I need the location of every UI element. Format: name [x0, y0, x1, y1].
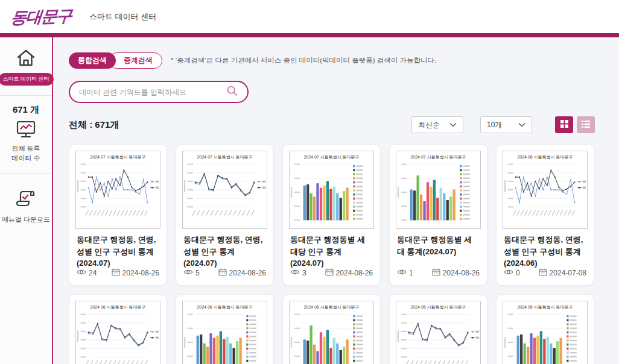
relay-search-note: * ‘중계검색’은 다른 기관에서 서비스 중인 데이터(빅데이터 플랫폼) 검… [171, 56, 436, 65]
view-count-value: 5 [195, 269, 200, 277]
calendar-icon [432, 268, 440, 278]
dataset-card[interactable]: 2024 07 서울특별시 동대문구 동대문구 행정동, 연령, 성별 인구 구… [69, 144, 167, 286]
dataset-card[interactable]: 2024 06 서울특별시 동대문구 동대문구 행정동, 연령, 성별 인구 구… [496, 144, 594, 286]
sidebar-divider [0, 95, 52, 96]
card-footer: 5 2024-08-26 [183, 268, 266, 278]
thumbnail-chart-title: 2024 07 서울특별시 동대문구 [76, 154, 160, 160]
results-toolbar: 전체 : 671개 최신순 10개 [69, 116, 595, 133]
sort-order-value: 최신순 [418, 120, 440, 130]
thumbnail-chart [183, 310, 267, 364]
dataset-card-grid: 2024 07 서울특별시 동대문구 동대문구 행정동, 연령, 성별 인구 구… [69, 144, 595, 364]
thumbnail-chart [503, 310, 588, 364]
chart-thumbnail: 2024 05 서울특별시 동대문구 [396, 301, 481, 364]
chevron-down-icon [449, 121, 457, 129]
search-tabs: 통합검색 중계검색 * ‘중계검색’은 다른 기관에서 서비스 중인 데이터(빅… [69, 52, 595, 69]
chart-thumbnail: 2024 06 서울특별시 동대문구 [503, 151, 588, 229]
chart-thumbnail: 2024 07 서울특별시 동대문구 [182, 151, 267, 229]
dataset-card[interactable]: 2024 07 서울특별시 동대문구 동대문구 행정동별 세대당 인구 통계(2… [282, 144, 381, 286]
tab-unified-search[interactable]: 통합검색 [69, 52, 116, 69]
thumbnail-chart-title: 2024 07 서울특별시 동대문구 [290, 154, 373, 160]
list-view-icon [582, 121, 590, 130]
dataset-card[interactable]: 2024 07 서울특별시 동대문구 동대문구 행정동별 세대 통계(2024.… [389, 144, 487, 286]
thumbnail-chart [396, 310, 481, 364]
dataset-title: 동대문구 행정동, 연령, 성별 인구 구성비 통계(2024.06) [504, 234, 586, 269]
registered-date: 2024-08-26 [432, 268, 480, 278]
registered-date-value: 2024-08-26 [443, 269, 480, 277]
calendar-icon [539, 268, 547, 278]
chart-thumbnail: 2024 06 서울특별시 동대문구 [289, 301, 374, 364]
page-size-value: 10개 [487, 120, 502, 130]
app-header: 동대문구 스마트 데이터 센터 [0, 0, 619, 33]
thumbnail-chart [76, 310, 160, 364]
dataset-card[interactable]: 2024 06 서울특별시 동대문구 [176, 294, 274, 364]
sidebar-home-badge: 스마트 데이터 센터 [0, 73, 54, 86]
view-count-value: 24 [89, 269, 97, 277]
thumbnail-chart-title: 2024 07 서울특별시 동대문구 [183, 154, 267, 160]
thumbnail-chart-title: 2024 06 서울특별시 동대문구 [183, 304, 267, 310]
dataset-card[interactable]: 2024 05 서울특별시 동대문구 [389, 294, 487, 364]
eye-icon [504, 269, 513, 277]
chart-thumbnail: 2024 06 서울특별시 동대문구 [182, 301, 267, 364]
thumbnail-chart-title: 2024 06 서울특별시 동대문구 [76, 304, 160, 310]
dataset-card[interactable]: 2024 06 서울특별시 동대문구 [69, 294, 167, 364]
manual-download-label: 메뉴얼 다운로드 [2, 215, 50, 225]
dataset-title: 동대문구 행정동별 세대 통계(2024.07) [397, 234, 480, 257]
view-count: 24 [77, 269, 97, 277]
sidebar-item-manual-download[interactable]: 메뉴얼 다운로드 [2, 189, 50, 225]
total-count-label: 전체 : 671개 [69, 119, 119, 131]
thumbnail-chart-title: 2024 06 서울특별시 동대문구 [290, 304, 373, 310]
card-footer: 24 2024-08-26 [77, 268, 159, 278]
district-logo[interactable]: 동대문구 [10, 5, 72, 28]
dataset-card[interactable]: 2024 05 서울특별시 동대문구 [496, 294, 594, 364]
view-count-value: 1 [409, 269, 413, 277]
accent-bar [0, 33, 619, 37]
thumbnail-chart-title: 2024 05 서울특별시 동대문구 [503, 304, 587, 310]
search-icon[interactable] [226, 85, 238, 99]
chart-thumbnail: 2024 05 서울특별시 동대문구 [503, 301, 588, 364]
eye-icon [397, 269, 407, 277]
view-count-value: 0 [516, 269, 520, 277]
dataset-card[interactable]: 2024 06 서울특별시 동대문구 [282, 294, 381, 364]
chevron-down-icon [518, 121, 525, 129]
tab-relay-search[interactable]: 중계검색 [109, 52, 162, 69]
sidebar: 스마트 데이터 센터 671 개 전체 등록 데이터 수 메뉴얼 다운로드 [0, 37, 53, 364]
page-size-select[interactable]: 10개 [480, 116, 532, 133]
main-content: 통합검색 중계검색 * ‘중계검색’은 다른 기관에서 서비스 중인 데이터(빅… [53, 37, 619, 364]
eye-icon [77, 269, 86, 277]
dataset-title: 동대문구 행정동, 연령, 성별 인구 통계(2024.07) [183, 234, 266, 269]
registered-date-value: 2024-08-26 [336, 269, 373, 277]
registered-date: 2024-07-08 [539, 268, 586, 278]
chart-thumbnail: 2024 07 서울특별시 동대문구 [289, 151, 374, 229]
registered-date-value: 2024-08-26 [122, 269, 159, 277]
view-toggle-group [555, 116, 595, 133]
thumbnail-chart [183, 160, 267, 224]
thumbnail-chart-title: 2024 05 서울특별시 동대문구 [396, 304, 480, 310]
thumbnail-chart [290, 310, 374, 364]
dataset-title: 동대문구 행정동별 세대당 인구 통계(2024.07) [290, 234, 373, 269]
sidebar-divider [0, 173, 52, 174]
sidebar-item-home[interactable]: 스마트 데이터 센터 [0, 48, 54, 86]
thumbnail-chart-title: 2024 07 서울특별시 동대문구 [396, 154, 480, 160]
grid-view-button[interactable] [555, 116, 573, 133]
dataset-count: 671 개 [13, 104, 39, 116]
search-bar [69, 81, 249, 103]
registered-date: 2024-08-26 [112, 268, 159, 278]
thumbnail-chart [503, 160, 588, 224]
app-title: 스마트 데이터 센터 [89, 11, 156, 22]
home-icon [15, 48, 37, 70]
sort-order-select[interactable]: 최신순 [411, 116, 463, 133]
view-count: 0 [504, 269, 520, 277]
chart-thumbnail: 2024 06 서울특별시 동대문구 [75, 301, 160, 364]
dataset-card[interactable]: 2024 07 서울특별시 동대문구 동대문구 행정동, 연령, 성별 인구 통… [176, 144, 274, 286]
dataset-title: 동대문구 행정동, 연령, 성별 인구 구성비 통계(2024.07) [77, 234, 159, 269]
list-view-button[interactable] [577, 116, 595, 133]
dataset-count-caption: 전체 등록 데이터 수 [11, 144, 40, 163]
card-footer: 0 2024-07-08 [504, 268, 586, 278]
thumbnail-chart [290, 160, 374, 224]
chart-thumbnail: 2024 07 서울특별시 동대문구 [396, 151, 481, 229]
calendar-icon [325, 268, 334, 278]
registered-date: 2024-08-26 [218, 268, 266, 278]
registered-date-value: 2024-07-08 [550, 269, 586, 277]
calendar-icon [218, 268, 227, 278]
search-input[interactable] [79, 88, 226, 96]
